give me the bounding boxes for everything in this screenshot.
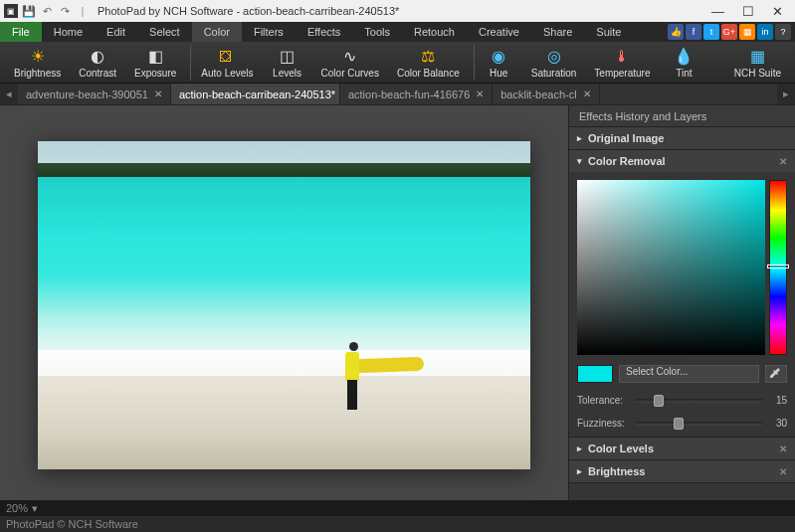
tolerance-label: Tolerance: bbox=[577, 395, 629, 406]
panel-title: Effects History and Layers bbox=[569, 105, 795, 127]
tool-hue[interactable]: ◉Hue bbox=[474, 45, 521, 81]
help-icon[interactable]: ? bbox=[775, 24, 791, 40]
tab-backlit-beach-cl[interactable]: backlit-beach-cl✕ bbox=[493, 84, 599, 104]
zoom-level[interactable]: 20% bbox=[6, 502, 28, 514]
copyright: PhotoPad © NCH Software bbox=[6, 518, 138, 530]
tool-brightness[interactable]: ☀Brightness bbox=[6, 45, 69, 81]
quick-access: ▣ 💾 ↶ ↷ | bbox=[4, 4, 90, 18]
color-balance-icon: ⚖ bbox=[421, 47, 435, 67]
tool-color-curves[interactable]: ∿Color Curves bbox=[313, 45, 387, 81]
titlebar: ▣ 💾 ↶ ↷ | PhotoPad by NCH Software - act… bbox=[0, 0, 795, 22]
chevron-right-icon: ▸ bbox=[577, 443, 582, 453]
facebook-icon[interactable]: f bbox=[686, 24, 701, 40]
menu-retouch[interactable]: Retouch bbox=[402, 22, 467, 42]
tool-temperature[interactable]: 🌡Temperature bbox=[586, 45, 658, 81]
linkedin-icon[interactable]: in bbox=[757, 24, 773, 40]
menu-effects[interactable]: Effects bbox=[296, 22, 352, 42]
fuzziness-slider[interactable] bbox=[635, 422, 763, 426]
close-button[interactable]: ✕ bbox=[772, 4, 783, 19]
chevron-down-icon: ▾ bbox=[577, 156, 582, 166]
tool-auto-levels[interactable]: ⛋Auto Levels bbox=[190, 45, 261, 81]
twitter-icon[interactable]: t bbox=[703, 24, 719, 40]
blog-icon[interactable]: ▦ bbox=[739, 24, 755, 40]
color-swatch bbox=[577, 365, 613, 383]
menu-color[interactable]: Color bbox=[192, 22, 242, 42]
tool-tint[interactable]: 💧Tint bbox=[660, 45, 707, 81]
maximize-button[interactable]: ☐ bbox=[742, 4, 754, 19]
nch-suite-icon: ▦ bbox=[750, 47, 765, 67]
menu-home[interactable]: Home bbox=[42, 22, 95, 42]
redo-icon[interactable]: ↷ bbox=[58, 4, 72, 18]
menubar: FileHomeEditSelectColorFiltersEffectsToo… bbox=[0, 22, 795, 42]
social-icons: 👍ftG+▦in? bbox=[664, 22, 795, 42]
section-original-image[interactable]: ▸ Original Image bbox=[569, 127, 795, 149]
thumb-icon[interactable]: 👍 bbox=[668, 24, 684, 40]
menu-edit[interactable]: Edit bbox=[95, 22, 137, 42]
fuzziness-label: Fuzziness: bbox=[577, 418, 629, 429]
tool-saturation[interactable]: ◎Saturation bbox=[523, 45, 585, 81]
menu-tools[interactable]: Tools bbox=[352, 22, 402, 42]
google-icon[interactable]: G+ bbox=[721, 24, 737, 40]
saturation-value-picker[interactable] bbox=[577, 180, 765, 355]
undo-icon[interactable]: ↶ bbox=[40, 4, 54, 18]
tab-scroll-right[interactable]: ▸ bbox=[777, 84, 795, 104]
menu-creative[interactable]: Creative bbox=[467, 22, 531, 42]
workspace: Effects History and Layers ▸ Original Im… bbox=[0, 105, 795, 500]
chevron-right-icon: ▸ bbox=[577, 133, 582, 143]
auto-levels-icon: ⛋ bbox=[219, 47, 235, 67]
section-color-levels[interactable]: ▸ Color Levels ✕ bbox=[569, 438, 795, 459]
tab-close-icon[interactable]: ✕ bbox=[154, 89, 162, 99]
document-tabs: ◂ adventure-beach-390051✕action-beach-ca… bbox=[0, 84, 795, 105]
statusbar: 20% ▾ bbox=[0, 500, 795, 516]
menu-filters[interactable]: Filters bbox=[242, 22, 296, 42]
chevron-right-icon: ▸ bbox=[577, 466, 582, 476]
tab-action-beach-fun-416676[interactable]: action-beach-fun-416676✕ bbox=[340, 84, 493, 104]
saturation-icon: ◎ bbox=[547, 47, 561, 67]
section-color-removal[interactable]: ▾ Color Removal ✕ bbox=[569, 150, 795, 172]
menu-share[interactable]: Share bbox=[531, 22, 584, 42]
tab-close-icon[interactable]: ✕ bbox=[476, 89, 484, 99]
app-icon: ▣ bbox=[4, 4, 18, 18]
tool-contrast[interactable]: ◐Contrast bbox=[71, 45, 124, 81]
tab-scroll-left[interactable]: ◂ bbox=[0, 84, 18, 104]
save-icon[interactable]: 💾 bbox=[22, 4, 36, 18]
toolbar: ☀Brightness◐Contrast◧Exposure⛋Auto Level… bbox=[0, 42, 795, 84]
color-curves-icon: ∿ bbox=[343, 47, 356, 67]
select-color-button[interactable]: Select Color... bbox=[619, 365, 759, 383]
brightness-icon: ☀ bbox=[31, 47, 45, 67]
contrast-icon: ◐ bbox=[91, 47, 104, 67]
menu-select[interactable]: Select bbox=[137, 22, 192, 42]
tool-color-balance[interactable]: ⚖Color Balance bbox=[389, 45, 468, 81]
tolerance-value: 15 bbox=[769, 395, 787, 406]
photo-canvas[interactable] bbox=[38, 141, 530, 469]
menu-file[interactable]: File bbox=[0, 22, 42, 42]
window-title: PhotoPad by NCH Software - action-beach-… bbox=[98, 5, 399, 17]
close-section-icon[interactable]: ✕ bbox=[779, 443, 787, 454]
zoom-dropdown-icon[interactable]: ▾ bbox=[32, 502, 38, 515]
menu-suite[interactable]: Suite bbox=[584, 22, 633, 42]
section-brightness[interactable]: ▸ Brightness ✕ bbox=[569, 460, 795, 482]
levels-icon: ◫ bbox=[280, 47, 295, 67]
tab-adventure-beach-390051[interactable]: adventure-beach-390051✕ bbox=[18, 84, 171, 104]
tab-close-icon[interactable]: ✕ bbox=[583, 89, 591, 99]
tolerance-slider[interactable] bbox=[635, 399, 763, 403]
footer: PhotoPad © NCH Software bbox=[0, 516, 795, 532]
hue-slider[interactable] bbox=[769, 180, 787, 355]
exposure-icon: ◧ bbox=[148, 47, 163, 67]
tint-icon: 💧 bbox=[674, 47, 694, 67]
tool-levels[interactable]: ◫Levels bbox=[264, 45, 311, 81]
tool-exposure[interactable]: ◧Exposure bbox=[126, 45, 184, 81]
close-section-icon[interactable]: ✕ bbox=[779, 466, 787, 477]
close-section-icon[interactable]: ✕ bbox=[779, 156, 787, 167]
tool-nch-suite[interactable]: ▦NCH Suite bbox=[726, 45, 789, 81]
fuzziness-value: 30 bbox=[769, 418, 787, 429]
eyedropper-icon bbox=[770, 368, 782, 380]
temperature-icon: 🌡 bbox=[614, 47, 630, 67]
minimize-button[interactable]: — bbox=[711, 4, 724, 19]
effects-panel: Effects History and Layers ▸ Original Im… bbox=[568, 105, 795, 500]
canvas-area[interactable] bbox=[0, 105, 568, 500]
eyedropper-button[interactable] bbox=[765, 365, 787, 383]
tab-action-beach-carribean-240513-[interactable]: action-beach-carribean-240513*✕ bbox=[171, 84, 340, 104]
hue-icon: ◉ bbox=[492, 47, 505, 67]
